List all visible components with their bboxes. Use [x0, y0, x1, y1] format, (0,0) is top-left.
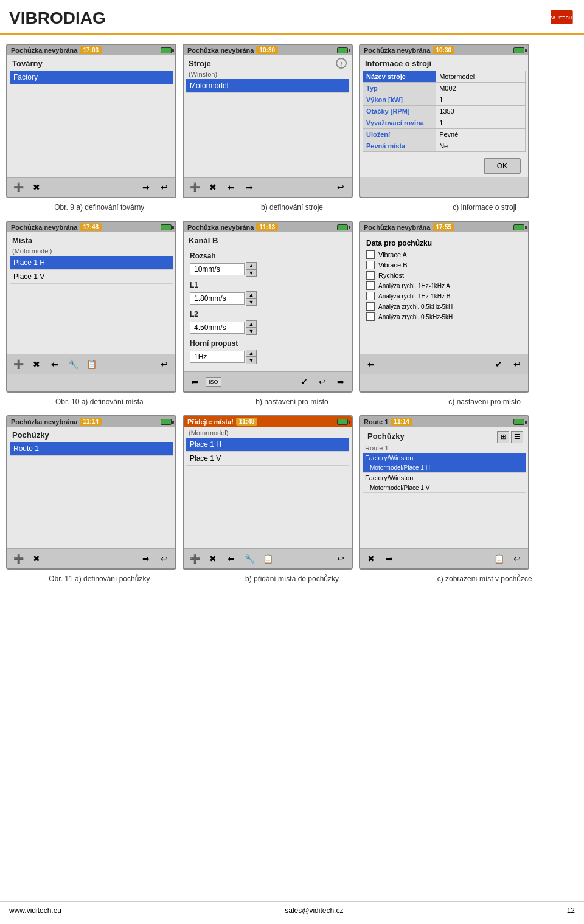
edit-btn-a2[interactable]: 🔧 — [66, 357, 80, 371]
data-item-vibrace-a: Vibrace A — [366, 250, 522, 259]
next2-btn-b1[interactable]: ➡ — [242, 180, 257, 195]
undo-btn-b2[interactable]: ↩ — [315, 374, 330, 389]
ok-btn-b2[interactable]: ✔ — [297, 374, 311, 389]
data-item-analyza3: Analýza zrychl. 0.5kHz-5kH — [366, 302, 522, 311]
l1-input[interactable] — [190, 292, 245, 305]
horni-row: ▲ ▼ — [190, 350, 346, 364]
rozsah-up[interactable]: ▲ — [246, 262, 257, 269]
time-c1: 10:30 — [433, 46, 454, 54]
horni-up[interactable]: ▲ — [246, 350, 257, 357]
l1-up[interactable]: ▲ — [246, 291, 257, 298]
add-btn-b1[interactable]: ➕ — [187, 180, 202, 195]
list-item-motormodel[interactable]: Motormodel — [186, 79, 349, 93]
battery-a1 — [161, 47, 172, 53]
del-btn-b3[interactable]: ✖ — [206, 551, 220, 566]
horni-down[interactable]: ▼ — [246, 357, 257, 364]
back-btn-a2[interactable]: ↩ — [157, 357, 172, 371]
heading-a3: Pochůzky — [10, 429, 173, 442]
list-item-place1v[interactable]: Place 1 V — [10, 270, 173, 284]
back-btn-a3[interactable]: ↩ — [157, 551, 172, 566]
rozsah-input[interactable] — [190, 263, 245, 275]
horni-input[interactable] — [190, 351, 245, 363]
table-row: Uložení Pevné — [363, 129, 526, 140]
table-value: M002 — [436, 83, 526, 94]
back-btn-b3[interactable]: ↩ — [333, 551, 348, 566]
list-item-factory[interactable]: Factory — [10, 71, 173, 84]
screen-body-c1: Informace o stroji Název stroje Motormod… — [360, 55, 528, 177]
checkbox-analyza2[interactable] — [366, 292, 375, 300]
list-item-place1h[interactable]: Place 1 H — [10, 256, 173, 270]
nav-btn-b3[interactable]: ⬅ — [224, 551, 238, 566]
back-btn-a1[interactable]: ↩ — [157, 180, 172, 195]
checkbox-rychlost[interactable] — [366, 271, 375, 280]
viditech-logo: VIDITECH — [526, 6, 575, 30]
screen-body-c2: Data pro pochůzku Vibrace A Vibrace B Ry… — [360, 232, 528, 354]
nav-btn-a2[interactable]: ⬅ — [47, 357, 62, 371]
add-btn-a1[interactable]: ➕ — [11, 180, 26, 195]
rozsah-down[interactable]: ▼ — [246, 269, 257, 277]
battery-a2 — [161, 224, 172, 230]
del-btn-c3[interactable]: ✖ — [364, 551, 378, 566]
del-btn-a1[interactable]: ✖ — [29, 180, 44, 195]
status-title-b2: Pochůzka nevybrána — [187, 224, 254, 231]
screen-data-pochuska: Pochůzka nevybrána 17:55 Data pro pochůz… — [359, 221, 529, 393]
checkbox-analyza4[interactable] — [366, 312, 375, 321]
return-btn-b1[interactable]: ↩ — [333, 180, 348, 195]
list-item-route1[interactable]: Route 1 — [10, 442, 173, 456]
ok-btn-c2[interactable]: ✔ — [492, 357, 506, 371]
l2-input[interactable] — [190, 322, 245, 334]
l2-up[interactable]: ▲ — [246, 320, 257, 328]
checkbox-vibrace-a[interactable] — [366, 250, 375, 259]
copy-btn-a2[interactable]: 📋 — [84, 357, 99, 371]
subheading-c3: Route 1 — [363, 444, 526, 453]
footer-email: sales@viditech.cz — [285, 906, 343, 915]
next-btn-a1[interactable]: ➡ — [139, 180, 153, 195]
back2-btn-b1[interactable]: ⬅ — [224, 180, 238, 195]
back-btn-b2[interactable]: ⬅ — [187, 374, 202, 389]
l2-down[interactable]: ▼ — [246, 328, 257, 335]
back-btn-c3[interactable]: ↩ — [510, 551, 524, 566]
route-item-3[interactable]: Factory/Winston — [363, 473, 526, 483]
nav-btn-c3[interactable]: ➡ — [382, 551, 397, 566]
list-item-place1h-b3[interactable]: Place 1 H — [186, 438, 349, 452]
checkbox-analyza3[interactable] — [366, 302, 375, 311]
edit-btn-b3[interactable]: 🔧 — [242, 551, 257, 566]
grid-icon-c3[interactable]: ⊞ — [497, 431, 509, 443]
l1-label: L1 — [190, 279, 346, 291]
del-btn-a2[interactable]: ✖ — [29, 357, 44, 371]
checkbox-analyza1[interactable] — [366, 281, 375, 290]
l2-label: L2 — [190, 308, 346, 320]
table-value: 1350 — [436, 106, 526, 117]
rozsah-row: ▲ ▼ — [190, 262, 346, 277]
add-btn-a3[interactable]: ➕ — [11, 551, 26, 566]
l1-down[interactable]: ▼ — [246, 298, 257, 306]
next-btn-b2[interactable]: ➡ — [333, 374, 348, 389]
undo-btn-c2[interactable]: ↩ — [510, 357, 524, 371]
status-bar-b1: Pochůzka nevybrána 10:30 — [184, 45, 352, 55]
time-a3: 11:14 — [80, 418, 102, 426]
label-analyza2: Analýza rychl. 1Hz-1kHz B — [378, 293, 450, 300]
status-title-a2: Pochůzka nevybrána — [11, 224, 77, 231]
checkbox-vibrace-b[interactable] — [366, 261, 375, 269]
add-btn-a2[interactable]: ➕ — [11, 357, 26, 371]
route-item-2[interactable]: Motormodel/Place 1 H — [363, 463, 526, 473]
list-item-place1v-b3[interactable]: Place 1 V — [186, 452, 349, 466]
info-icon-b1[interactable]: i — [336, 58, 347, 69]
back-btn-c2[interactable]: ⬅ — [364, 357, 378, 371]
subheading-b3: (Motormodel) — [186, 429, 349, 438]
route-item-1[interactable]: Factory/Winston — [363, 453, 526, 463]
copy-btn-b3[interactable]: 📋 — [260, 551, 275, 566]
next-btn-a3[interactable]: ➡ — [139, 551, 153, 566]
status-title-a3: Pochůzka nevybrána — [11, 418, 77, 426]
data-item-analyza1: Analýza rychl. 1Hz-1kHz A — [366, 281, 522, 290]
add-btn-b3[interactable]: ➕ — [187, 551, 202, 566]
del-btn-b1[interactable]: ✖ — [206, 180, 220, 195]
time-a2: 17:48 — [80, 223, 102, 231]
list-icon-c3[interactable]: ☰ — [511, 431, 523, 443]
route-item-4[interactable]: Motormodel/Place 1 V — [363, 483, 526, 493]
copy-btn-c3[interactable]: 📋 — [492, 551, 506, 566]
ok-button[interactable]: OK — [484, 158, 521, 174]
del-btn-a3[interactable]: ✖ — [29, 551, 44, 566]
table-row: Výkon [kW] 1 — [363, 94, 526, 106]
time-a1: 17:03 — [80, 46, 102, 54]
